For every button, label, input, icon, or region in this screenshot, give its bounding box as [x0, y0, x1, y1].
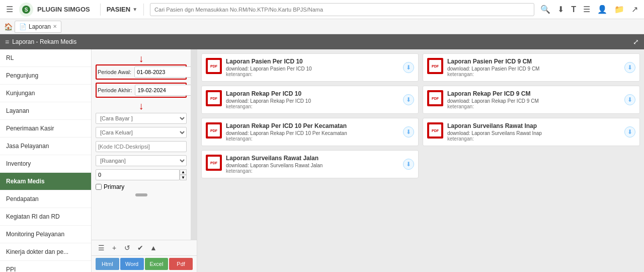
pasien-dropdown-arrow: ▼: [132, 7, 137, 12]
primary-checkbox[interactable]: [96, 184, 102, 190]
sidebar-item-monitoring-pelayanan[interactable]: Monitoring Pelayanan: [0, 226, 91, 243]
sidebar-item-ppi[interactable]: PPI: [0, 261, 91, 272]
list-icon-button[interactable]: ☰: [96, 242, 107, 253]
tab-close-icon[interactable]: ✕: [53, 24, 57, 29]
report-icon-4: PDF: [206, 122, 222, 139]
download-button-4[interactable]: ⬇: [403, 126, 414, 138]
report-icon-6: PDF: [206, 155, 222, 171]
sidebar-item-pendapatan[interactable]: Pendapatan: [0, 190, 91, 208]
report-icon-3: PDF: [427, 90, 443, 106]
word-button[interactable]: Word: [120, 258, 144, 270]
text-icon[interactable]: T: [569, 4, 578, 15]
report-icon-inner-5: PDF: [429, 124, 441, 137]
report-download-5: download: Laporan Surveilans Rawat Inap: [447, 130, 635, 136]
toolbar-row: ☰ + ↺ ✔ ▲: [92, 240, 197, 255]
periode-awal-input[interactable]: [134, 66, 191, 78]
arrow-bottom: ↓: [96, 101, 187, 111]
spinner-down-button[interactable]: ▼: [180, 175, 187, 180]
periode-awal-group: Periode Awal: 📅: [96, 64, 187, 80]
sidebar-item-kinerja-dokter[interactable]: Kinerja dokter dan pe...: [0, 243, 91, 261]
report-card-4: PDF Laporan Rekap Per ICD 10 Per Kecamat…: [201, 118, 419, 146]
primary-label: Primary: [104, 183, 124, 190]
laporan-tab[interactable]: 📄 Laporan ✕: [15, 21, 61, 33]
search-input[interactable]: [150, 3, 534, 16]
app-name: PLUGIN SIMGOS: [37, 6, 90, 13]
tabbar: 🏠 📄 Laporan ✕: [0, 19, 644, 34]
report-download-6: download: Laporan Surveilans Rawat Jalan: [226, 163, 414, 168]
report-card-5: PDF Laporan Surveilans Rawat Inap downlo…: [423, 118, 640, 146]
sidebar-item-jasa-pelayanan[interactable]: Jasa Pelayanan: [0, 138, 91, 155]
hamburger-icon[interactable]: ☰: [4, 3, 15, 16]
sidebar-label-layanan: Layanan: [6, 107, 29, 114]
report-keterangan-3: keterangan:: [447, 104, 635, 109]
cara-keluar-select[interactable]: [Cara Keluar]: [96, 127, 187, 138]
sidebar-item-kegiatan-ri-rd[interactable]: Kegiatan RI dan RD: [0, 208, 91, 226]
periode-awal-label: Periode Awal:: [98, 69, 131, 75]
report-keterangan-4: keterangan:: [226, 136, 414, 142]
report-title-2: Laporan Rekap Per ICD 10: [226, 90, 414, 97]
sidebar-label-rekam-medis: Rekam Medis: [6, 178, 45, 185]
sidebar-item-rekam-medis[interactable]: Rekam Medis: [0, 173, 91, 190]
sidebar-item-pengunjung[interactable]: Pengunjung: [0, 67, 91, 85]
sidebar-label-penerimaan-kasir: Penerimaan Kasir: [6, 125, 54, 132]
report-download-0: download: Laporan Pasien Per ICD 10: [226, 66, 414, 72]
home-icon[interactable]: 🏠: [4, 23, 13, 31]
sidebar-label-monitoring-pelayanan: Monitoring Pelayanan: [6, 231, 64, 238]
report-title-5: Laporan Surveilans Rawat Inap: [447, 122, 635, 129]
pdf-button[interactable]: Pdf: [169, 258, 193, 270]
report-card-1: PDF Laporan Pasien Per ICD 9 CM download…: [423, 53, 640, 82]
pasien-selector[interactable]: PASIEN ▼: [107, 6, 137, 13]
html-button[interactable]: Html: [96, 258, 119, 270]
report-title-3: Laporan Rekap Per ICD 9 CM: [447, 90, 635, 97]
ruangan-select[interactable]: [Ruangan]: [96, 155, 187, 166]
number-input[interactable]: [96, 169, 180, 180]
sidebar-label-inventory: Inventory: [6, 160, 31, 167]
sidebar-label-rl: RL: [6, 54, 14, 61]
menu-icon[interactable]: ☰: [581, 4, 592, 15]
sidebar-item-layanan[interactable]: Layanan: [0, 102, 91, 120]
report-icon-inner-4: PDF: [208, 124, 220, 137]
kode-icd-group: [96, 141, 187, 152]
excel-button[interactable]: Excel: [145, 258, 169, 270]
report-text-1: Laporan Pasien Per ICD 9 CM download: La…: [447, 58, 635, 77]
report-card-0: PDF Laporan Pasien Per ICD 10 download: …: [201, 53, 419, 82]
periode-akhir-label: Periode Akhir:: [98, 87, 132, 93]
refresh-button[interactable]: ↺: [122, 242, 133, 253]
report-icon-0: PDF: [206, 58, 222, 74]
sidebar-item-penerimaan-kasir[interactable]: Penerimaan Kasir: [0, 120, 91, 138]
folder-icon[interactable]: 📁: [612, 4, 626, 15]
download-icon[interactable]: ⬇: [555, 4, 566, 15]
download-button-0[interactable]: ⬇: [403, 62, 414, 73]
sidebar-item-kunjungan[interactable]: Kunjungan: [0, 85, 91, 102]
sidebar-item-inventory[interactable]: Inventory: [0, 155, 91, 173]
report-icon-inner-0: PDF: [208, 60, 220, 72]
user-icon[interactable]: 👤: [595, 4, 609, 15]
download-button-2[interactable]: ⬇: [403, 94, 414, 105]
periode-akhir-input[interactable]: [135, 85, 191, 96]
filter-dot: [135, 193, 147, 196]
download-button-3[interactable]: ⬇: [624, 94, 635, 105]
kode-icd-input[interactable]: [96, 141, 187, 152]
download-button-5[interactable]: ⬇: [624, 126, 635, 138]
cara-keluar-group: [Cara Keluar]: [96, 127, 187, 138]
add-button[interactable]: +: [109, 242, 120, 253]
sidebar-label-kinerja-dokter: Kinerja dokter dan pe...: [6, 248, 68, 255]
sidebar-item-rl[interactable]: RL: [0, 49, 91, 67]
report-download-4: download: Laporan Rekap Per ICD 10 Per K…: [226, 130, 414, 136]
report-card-6: PDF Laporan Surveilans Rawat Jalan downl…: [201, 150, 419, 178]
cara-bayar-select[interactable]: [Cara Bayar ]: [96, 113, 187, 124]
report-text-3: Laporan Rekap Per ICD 9 CM download: Lap…: [447, 90, 635, 109]
breadcrumb-expand-icon[interactable]: ≡: [5, 38, 9, 46]
check-button[interactable]: ✔: [135, 242, 146, 253]
search-icon[interactable]: 🔍: [538, 4, 552, 15]
spinner-up-button[interactable]: ▲: [180, 169, 187, 175]
up-button[interactable]: ▲: [148, 242, 159, 253]
download-button-6[interactable]: ⬇: [403, 159, 414, 170]
left-panel-scrollbar[interactable]: [191, 49, 197, 240]
download-button-1[interactable]: ⬇: [624, 62, 635, 73]
breadcrumb-right-icon[interactable]: ⤢: [633, 38, 639, 46]
sidebar-label-kegiatan-ri-rd: Kegiatan RI dan RD: [6, 213, 60, 220]
svg-text:S: S: [25, 7, 28, 13]
expand-icon[interactable]: ↗: [629, 4, 640, 15]
sidebar-label-pengunjung: Pengunjung: [6, 72, 38, 79]
